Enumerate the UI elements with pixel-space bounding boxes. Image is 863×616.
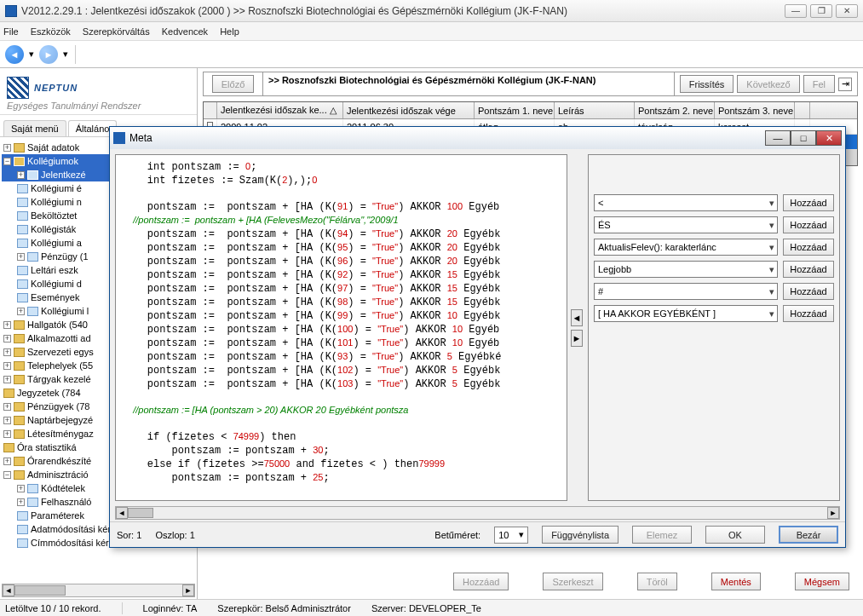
col-header[interactable]: Pontszám 1. neve xyxy=(475,102,555,118)
combo-field[interactable]: AktualisFelev(): karakterlánc xyxy=(594,239,778,256)
logo-sub: Egységes Tanulmányi Rendszer xyxy=(7,101,190,111)
tree-item[interactable]: Tárgyak kezelé xyxy=(27,374,91,384)
up-button[interactable]: Fel xyxy=(803,75,835,93)
refresh-button[interactable]: Frissítés xyxy=(680,75,734,93)
minimize-button[interactable]: — xyxy=(785,4,807,18)
tree-item[interactable]: Kollégiumi a xyxy=(31,238,82,248)
tree-item[interactable]: Kollégiumi é xyxy=(31,183,82,193)
menu-file[interactable]: File xyxy=(3,26,19,37)
nav-fwd-dd[interactable]: ▾ xyxy=(63,49,68,60)
content-header: Előző >> Rosznofszki Biotechnológiai és … xyxy=(203,72,858,96)
app-icon xyxy=(5,5,17,17)
dialog-maximize[interactable]: □ xyxy=(791,130,816,146)
tree-item[interactable]: Kódtételek xyxy=(41,483,85,493)
tree-item[interactable]: Beköltöztet xyxy=(31,210,77,221)
col-header[interactable]: Pontszám 2. neve xyxy=(635,102,715,118)
dialog-icon xyxy=(113,132,125,144)
col-header[interactable]: Leírás xyxy=(555,102,635,118)
logo-text: NEPTUN xyxy=(34,83,78,93)
tree-item[interactable]: Óra statisztiká xyxy=(17,442,77,452)
tree-item[interactable]: Kollégiumi l xyxy=(41,306,89,316)
move-left-icon[interactable]: ◄ xyxy=(571,309,583,326)
tree-item[interactable]: Saját adatok xyxy=(27,142,79,153)
add-btn-3[interactable]: Hozzáad xyxy=(783,261,834,278)
nav-forward-button[interactable]: ► xyxy=(39,45,58,64)
tree-item[interactable]: Leltári eszk xyxy=(31,265,78,275)
tree-item[interactable]: Szervezeti egys xyxy=(27,347,94,357)
tree-item[interactable]: Pénzügy (1 xyxy=(41,251,89,262)
combo-operator[interactable]: < xyxy=(594,194,778,211)
move-right-icon[interactable]: ► xyxy=(571,330,583,347)
tree-item[interactable]: Naptárbejegyzé xyxy=(27,415,93,425)
tree-item[interactable]: Felhasználó xyxy=(41,497,91,507)
nav-back-button[interactable]: ◄ xyxy=(5,45,24,64)
menu-help[interactable]: Help xyxy=(220,26,239,37)
add-btn-2[interactable]: Hozzáad xyxy=(783,239,834,256)
cancel-button[interactable]: Mégsem xyxy=(795,573,849,590)
tree-item[interactable]: Pénzügyek (78 xyxy=(27,401,89,412)
tree-item[interactable]: Órarendkészíté xyxy=(27,456,91,466)
tree-item-kollegiumok[interactable]: Kollégiumok xyxy=(27,156,78,166)
nav-toolbar: ◄ ▾ ► ▾ xyxy=(0,41,863,68)
add-button[interactable]: Hozzáad xyxy=(453,573,509,590)
dialog-footer: Sor: 1 Oszlop: 1 Betűméret: 10▾ Függvény… xyxy=(110,521,845,547)
content-title: >> Rosznofszki Biotechnológiai és Gépész… xyxy=(263,72,674,95)
tree-item[interactable]: Kollégisták xyxy=(31,224,76,234)
tree-item[interactable]: Paraméterek xyxy=(31,510,84,521)
tree-item[interactable]: Telephelyek (55 xyxy=(27,360,93,371)
close-button[interactable]: ✕ xyxy=(836,4,858,18)
combo-special[interactable]: # xyxy=(594,283,778,300)
col-header[interactable]: Pontszám 3. neve xyxy=(715,102,795,118)
tree-item-jelentkeze[interactable]: Jelentkezé xyxy=(41,170,86,180)
menu-role[interactable]: Szerepkörváltás xyxy=(83,26,150,37)
code-editor[interactable]: int pontszam := 0; int fizetes := Szam(K… xyxy=(115,154,567,501)
save-button[interactable]: Mentés xyxy=(711,573,761,590)
col-header[interactable]: Jelentkezési időszak ke... △ xyxy=(217,102,343,118)
tree-item[interactable]: Adminisztráció xyxy=(27,469,89,480)
tree-item[interactable]: Jegyzetek (784 xyxy=(17,388,81,398)
tree-item[interactable]: Kollégiumi d xyxy=(31,279,82,289)
status-records: Letöltve 10 / 10 rekord. xyxy=(5,603,101,613)
builder-panel: <Hozzáad ÉSHozzáad AktualisFelev(): kara… xyxy=(588,154,840,501)
close-dialog-button[interactable]: Bezár xyxy=(779,526,838,544)
restore-button[interactable]: ❐ xyxy=(810,4,832,18)
prev-button[interactable]: Előző xyxy=(212,75,255,93)
fnlist-button[interactable]: Függvénylista xyxy=(542,526,618,544)
tree-item[interactable]: Hallgatók (540 xyxy=(27,320,88,330)
status-bar: Letöltve 10 / 10 rekord. Loginnév: TA Sz… xyxy=(0,599,863,616)
delete-button[interactable]: Töröl xyxy=(637,573,677,590)
add-btn-0[interactable]: Hozzáad xyxy=(783,194,834,211)
dialog-minimize[interactable]: — xyxy=(765,130,791,146)
combo-logic[interactable]: ÉS xyxy=(594,216,778,233)
add-btn-4[interactable]: Hozzáad xyxy=(783,283,834,300)
analyze-button[interactable]: Elemez xyxy=(632,526,692,544)
next-button[interactable]: Következő xyxy=(737,75,799,93)
col-header[interactable]: Jelentkezési időszak vége xyxy=(343,102,475,118)
dialog-close[interactable]: ✕ xyxy=(816,130,842,146)
tree-item[interactable]: Létesítménygaz xyxy=(27,429,94,439)
menu-bar: File Eszközök Szerepkörváltás Kedvencek … xyxy=(0,22,863,41)
menu-fav[interactable]: Kedvencek xyxy=(162,26,208,37)
fontsize-spinner[interactable]: 10▾ xyxy=(494,527,528,544)
menu-tools[interactable]: Eszközök xyxy=(31,26,71,37)
edit-button[interactable]: Szerkeszt xyxy=(543,573,602,590)
window-titlebar: V2012.2.29.1 : Jelentkezési időszakok (2… xyxy=(0,0,863,22)
neptun-logo-icon xyxy=(7,77,29,99)
tree-item[interactable]: Események xyxy=(31,292,79,302)
tree-hscroll[interactable]: ◄► xyxy=(2,584,195,597)
meta-dialog: Meta — □ ✕ int pontszam := 0; int fizete… xyxy=(109,126,846,548)
dialog-title: Meta xyxy=(129,132,765,144)
pin-icon[interactable]: ⇥ xyxy=(838,78,852,91)
action-bar: Hozzáad Szerkeszt Töröl Mentés Mégsem xyxy=(203,567,858,596)
add-btn-1[interactable]: Hozzáad xyxy=(783,216,834,233)
add-btn-5[interactable]: Hozzáad xyxy=(783,305,834,322)
combo-agg[interactable]: Legjobb xyxy=(594,261,778,278)
combo-template[interactable]: [ HA AKKOR EGYÉBKÉNT ] xyxy=(594,305,778,322)
window-title: V2012.2.29.1 : Jelentkezési időszakok (2… xyxy=(21,5,785,17)
code-hscroll[interactable]: ◄► xyxy=(115,506,840,520)
tab-sajat-menu[interactable]: Saját menü xyxy=(3,120,66,136)
tree-item[interactable]: Kollégiumi n xyxy=(31,197,82,207)
nav-back-dd[interactable]: ▾ xyxy=(29,49,34,60)
tree-item[interactable]: Alkalmazotti ad xyxy=(27,333,91,343)
ok-button[interactable]: OK xyxy=(705,526,765,544)
